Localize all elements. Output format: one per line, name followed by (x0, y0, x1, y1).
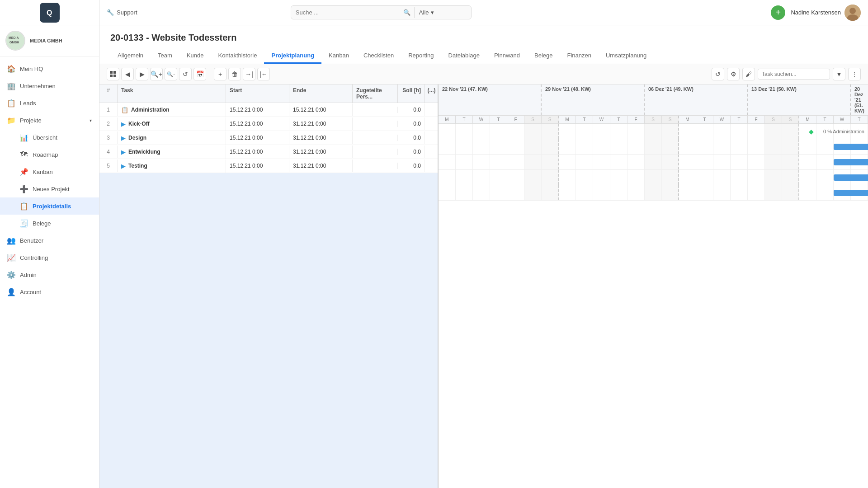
sidebar-label-projekte: Projekte (20, 117, 42, 124)
day-cell: T (610, 116, 627, 123)
cell-task-2[interactable]: ▶ Kick-Off (118, 117, 226, 131)
cell-extra-4 (425, 149, 439, 155)
cell-task-3[interactable]: ▶ Design (118, 131, 226, 145)
chevron-down-icon: ▾ (90, 118, 92, 123)
sidebar-item-leads[interactable]: 📋 Leads (0, 94, 99, 112)
tab-finanzen[interactable]: Finanzen (560, 48, 599, 64)
sidebar-label-benutzer: Benutzer (20, 237, 43, 244)
cell-num-2: 2 (99, 117, 118, 130)
tab-kontakthistorie[interactable]: Kontakthistorie (211, 48, 264, 64)
sidebar-item-controlling[interactable]: 📈 Controlling (0, 249, 99, 266)
tab-belege[interactable]: Belege (527, 48, 560, 64)
sidebar-label-account: Account (20, 289, 41, 296)
sidebar-item-account[interactable]: 👤 Account (0, 283, 99, 300)
support-label: Support (117, 9, 137, 16)
col-header-extra: (...) (425, 84, 439, 103)
cell-task-5[interactable]: ▶ Testing (118, 160, 226, 173)
sidebar-item-projektdetails[interactable]: 📋 Projektdetails (0, 197, 99, 215)
gantt-filter-icon[interactable]: 🖌 (742, 68, 755, 80)
tab-projektplanung[interactable]: Projektplanung (264, 48, 321, 64)
sidebar-item-roadmap[interactable]: 🗺 Roadmap (0, 146, 99, 163)
cell-start-5: 15.12.21 0:00 (226, 160, 289, 172)
tab-kunde[interactable]: Kunde (179, 48, 211, 64)
gantt-chart-row: Design (439, 155, 868, 170)
sidebar-item-projekte[interactable]: 📁 Projekte ▾ (0, 112, 99, 129)
refresh-button[interactable]: ↺ (179, 68, 192, 80)
sidebar-label-admin: Admin (20, 272, 37, 278)
sidebar-label-uebersicht: Übersicht (33, 134, 57, 141)
account-icon: 👤 (7, 288, 15, 296)
day-cell: S (524, 116, 542, 123)
roadmap-icon: 🗺 (20, 150, 28, 159)
gantt-refresh-icon[interactable]: ↺ (712, 68, 724, 80)
gantt-bar (834, 174, 868, 181)
task-name-3: Design (128, 135, 146, 141)
add-button[interactable]: + (771, 5, 785, 20)
user-menu[interactable]: Nadine Karstensen (791, 5, 861, 21)
day-cell: F (507, 116, 524, 123)
cell-soll-5: 0,0 (398, 160, 425, 172)
cell-assigned-5 (353, 163, 398, 169)
delete-task-button[interactable]: 🗑 (228, 68, 241, 80)
task-icon-5: ▶ (121, 163, 126, 169)
tab-pinnwand[interactable]: Pinnwand (487, 48, 527, 64)
search-input[interactable] (291, 6, 400, 19)
search-filter-dropdown[interactable]: Alle ▾ (415, 6, 439, 19)
sidebar-label-unternehmen: Unternehmen (20, 83, 56, 89)
zoom-in-button[interactable]: 🔍+ (150, 68, 163, 80)
day-cell: T (851, 116, 868, 123)
tab-checklisten[interactable]: Checklisten (356, 48, 401, 64)
sidebar-item-unternehmen[interactable]: 🏢 Unternehmen (0, 77, 99, 94)
cell-end-1: 15.12.21 0:00 (289, 103, 353, 116)
support-button[interactable]: 🔧 Support (107, 9, 137, 16)
company-avatar: MEDIA GMBH (5, 31, 25, 51)
day-cell: F (627, 116, 645, 123)
sidebar-item-uebersicht[interactable]: 📊 Übersicht (0, 129, 99, 146)
add-task-button[interactable]: + (214, 68, 226, 80)
view-grid-button[interactable] (107, 68, 119, 80)
cell-num-4: 4 (99, 145, 118, 158)
sidebar-label-projektdetails: Projektdetails (33, 203, 71, 210)
company-info: MEDIA GMBH MEDIA GMBH (0, 25, 99, 56)
tab-team[interactable]: Team (151, 48, 179, 64)
gantt-rows-area: Administration0 %◆Kick-OffDesignEntwickl… (439, 124, 868, 488)
cell-end-4: 31.12.21 0:00 (289, 145, 353, 158)
project-title: 20-0133 - Website Todesstern (110, 33, 857, 43)
neues-projekt-icon: ➕ (20, 185, 28, 193)
zoom-out-button[interactable]: 🔍- (165, 68, 177, 80)
gantt-right-panel: 22 Nov '21 (47. KW) 29 Nov '21 (48. KW) … (439, 84, 868, 488)
sidebar-item-belege-sub[interactable]: 🧾 Belege (0, 215, 99, 232)
sidebar-item-mein-hq[interactable]: 🏠 Mein HQ (0, 60, 99, 77)
gantt-filter-btn[interactable]: ▼ (833, 68, 845, 80)
day-cell: T (576, 116, 593, 123)
cell-task-1[interactable]: 📋 Administration (118, 103, 226, 117)
col-header-end: Ende (289, 84, 353, 103)
gantt-chart-row: Entwicklung (439, 170, 868, 185)
task-search-input[interactable] (758, 69, 830, 80)
next-button[interactable]: ▶ (136, 68, 148, 80)
week-label-47: 22 Nov '21 (47. KW) (439, 84, 542, 115)
col-header-assigned: Zugeteilte Pers... (353, 84, 398, 103)
tab-umsatzplanung[interactable]: Umsatzplanung (599, 48, 654, 64)
gantt-settings-icon[interactable]: ⚙ (727, 68, 740, 80)
sidebar-item-admin[interactable]: ⚙️ Admin (0, 266, 99, 283)
svg-text:MEDIA: MEDIA (9, 36, 19, 39)
outdent-button[interactable]: |← (257, 68, 270, 80)
app-logo[interactable]: Q (0, 0, 99, 25)
sidebar-item-kanban[interactable]: 📌 Kanban (0, 163, 99, 180)
tab-dateiablage[interactable]: Dateiablage (441, 48, 487, 64)
tab-kanban[interactable]: Kanban (321, 48, 356, 64)
cell-assigned-4 (353, 149, 398, 155)
indent-button[interactable]: →| (243, 68, 255, 80)
tab-allgemein[interactable]: Allgemein (110, 48, 151, 64)
sidebar-item-neues-projekt[interactable]: ➕ Neues Projekt (0, 180, 99, 197)
day-cell: W (713, 116, 731, 123)
sidebar-item-benutzer[interactable]: 👥 Benutzer (0, 232, 99, 249)
calendar-button[interactable]: 📅 (193, 68, 206, 80)
cell-assigned-3 (353, 135, 398, 141)
prev-button[interactable]: ◀ (121, 68, 134, 80)
gantt-options-btn[interactable]: ⋮ (848, 68, 861, 80)
search-icon[interactable]: 🔍 (400, 6, 414, 19)
cell-task-4[interactable]: ▶ Entwicklung (118, 145, 226, 159)
tab-reporting[interactable]: Reporting (401, 48, 441, 64)
